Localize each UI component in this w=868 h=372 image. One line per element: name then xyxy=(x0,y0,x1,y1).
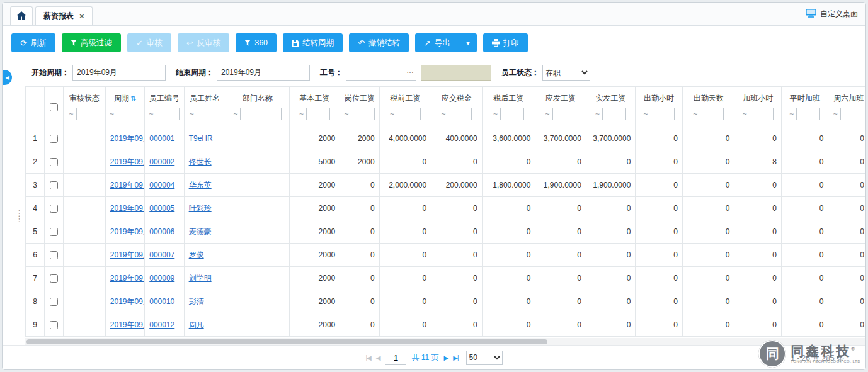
column-header[interactable]: 周六加班~ xyxy=(828,87,865,127)
row-checkbox[interactable] xyxy=(50,135,58,143)
employee-no-link[interactable]: 000001 xyxy=(149,134,174,143)
sort-icon[interactable]: ⇅ xyxy=(130,94,136,102)
column-filter-input[interactable] xyxy=(448,108,472,120)
row-checkbox[interactable] xyxy=(50,274,58,283)
employee-name-link[interactable]: 刘学明 xyxy=(189,274,212,283)
next-page-button[interactable]: ▶ xyxy=(444,354,448,361)
employee-name-link[interactable]: 彭清 xyxy=(189,297,204,306)
column-header[interactable]: 税前工资~ xyxy=(379,87,431,127)
customize-desktop-button[interactable]: 自定义桌面 xyxy=(806,9,858,20)
refresh-button[interactable]: ⟳ 刷新 xyxy=(11,33,55,52)
column-filter-input[interactable] xyxy=(306,108,330,120)
first-page-button[interactable]: |◀ xyxy=(365,354,370,361)
column-filter-input[interactable] xyxy=(197,108,220,120)
column-header[interactable]: 实发工资~ xyxy=(586,87,636,127)
row-checkbox[interactable] xyxy=(50,181,58,189)
column-filter-input[interactable] xyxy=(750,108,774,120)
drag-handle[interactable]: ⋮ ⋮ xyxy=(15,210,23,222)
end-period-input[interactable] xyxy=(217,65,310,81)
period-link[interactable]: 2019年09月 xyxy=(110,204,145,213)
column-header[interactable]: 员工姓名~ xyxy=(184,87,226,127)
prev-page-button[interactable]: ◀ xyxy=(376,354,380,361)
row-checkbox[interactable] xyxy=(50,251,58,259)
column-filter-input[interactable] xyxy=(552,108,576,120)
column-header[interactable]: 部门名称~ xyxy=(226,87,290,127)
employee-name-link[interactable]: 佟世长 xyxy=(189,157,212,166)
column-filter-input[interactable] xyxy=(351,108,375,120)
column-header[interactable]: 基本工资~ xyxy=(289,87,340,127)
column-filter-input[interactable] xyxy=(796,108,820,120)
column-filter-input[interactable] xyxy=(397,108,421,120)
column-header[interactable]: 加班小时~ xyxy=(734,87,782,127)
column-header[interactable]: 应交税金~ xyxy=(431,87,483,127)
employee-no-link[interactable]: 000004 xyxy=(149,181,174,189)
period-link[interactable]: 2019年09月 xyxy=(110,227,145,236)
employee-no-link[interactable]: 000009 xyxy=(149,274,174,283)
column-header[interactable]: 审核状态~ xyxy=(64,87,105,127)
employee-name-link[interactable]: 叶彩玲 xyxy=(189,204,212,213)
period-link[interactable]: 2019年09月 xyxy=(110,251,145,259)
employee-name-link[interactable]: 华东英 xyxy=(189,181,212,189)
period-link[interactable]: 2019年09月 xyxy=(110,181,145,189)
home-tab[interactable] xyxy=(10,6,33,25)
period-link[interactable]: 2019年09月 xyxy=(110,274,145,283)
horizontal-scrollbar-thumb[interactable] xyxy=(26,339,547,344)
column-filter-input[interactable] xyxy=(117,108,140,120)
employee-no-link[interactable]: 000002 xyxy=(149,157,174,166)
column-filter-input[interactable] xyxy=(240,108,282,120)
employee-status-select[interactable]: 在职 xyxy=(542,65,590,81)
page-size-select[interactable]: 50 xyxy=(466,351,503,365)
column-filter-input[interactable] xyxy=(840,108,864,120)
filter-360-button[interactable]: 360 xyxy=(236,33,277,52)
start-period-input[interactable] xyxy=(72,65,166,81)
advanced-filter-button[interactable]: 高级过滤 xyxy=(62,33,121,52)
export-caret-icon[interactable]: ▼ xyxy=(459,33,477,52)
column-header[interactable]: 出勤小时~ xyxy=(636,87,683,127)
row-checkbox[interactable] xyxy=(50,298,58,306)
column-filter-input[interactable] xyxy=(500,108,524,120)
period-link[interactable]: 2019年09月 xyxy=(110,297,145,306)
employee-no-link[interactable]: 000010 xyxy=(149,297,174,306)
period-link[interactable]: 2019年09月 xyxy=(110,320,145,329)
row-checkbox[interactable] xyxy=(50,321,58,329)
row-checkbox[interactable] xyxy=(50,228,58,236)
column-filter-input[interactable] xyxy=(76,108,100,120)
print-button[interactable]: 打印 xyxy=(483,33,528,52)
column-header[interactable]: 平时加班~ xyxy=(781,87,828,127)
column-filter-input[interactable] xyxy=(156,108,180,120)
column-header[interactable]: 税后工资~ xyxy=(482,87,535,127)
job-no-picker-icon[interactable]: … xyxy=(406,66,414,75)
employee-no-link[interactable]: 000007 xyxy=(149,251,174,259)
column-header[interactable]: 员工编号~ xyxy=(145,87,184,127)
page-number-input[interactable] xyxy=(385,351,406,365)
column-header[interactable]: 出勤天数~ xyxy=(682,87,734,127)
row-checkbox[interactable] xyxy=(50,158,58,166)
employee-name-link[interactable]: 周凡 xyxy=(189,320,204,329)
period-link[interactable]: 2019年09月 xyxy=(110,134,145,143)
last-page-button[interactable]: ▶| xyxy=(453,354,458,361)
column-header[interactable]: 岗位工资~ xyxy=(340,87,379,127)
reverse-audit-button[interactable]: ↩ 反审核 xyxy=(178,33,229,52)
column-filter-input[interactable] xyxy=(602,108,626,120)
period-link[interactable]: 2019年09月 xyxy=(110,157,145,166)
select-all-checkbox[interactable] xyxy=(50,103,58,111)
column-filter-input[interactable] xyxy=(651,108,675,120)
tab-salary-report[interactable]: 薪资报表 × xyxy=(35,6,93,25)
employee-name-link[interactable]: 麦德豪 xyxy=(189,227,212,236)
horizontal-scrollbar[interactable] xyxy=(25,338,865,345)
employee-no-link[interactable]: 000005 xyxy=(149,204,174,213)
employee-no-link[interactable]: 000006 xyxy=(149,227,174,236)
export-button[interactable]: ↗ 导出 ▼ xyxy=(415,33,477,52)
period-link-cell: 2019年09月 xyxy=(105,220,144,244)
column-header[interactable]: 应发工资~ xyxy=(535,87,586,127)
column-header[interactable]: 周期⇅~ xyxy=(105,87,144,127)
employee-name-link[interactable]: 罗俊 xyxy=(189,251,204,259)
audit-button[interactable]: ✓ 审核 xyxy=(127,33,171,52)
carryover-period-button[interactable]: 结转周期 xyxy=(283,33,343,52)
employee-name-link[interactable]: T9eHR xyxy=(189,134,213,143)
employee-no-link[interactable]: 000012 xyxy=(149,320,174,329)
column-filter-input[interactable] xyxy=(700,108,724,120)
undo-carryover-button[interactable]: ↶ 撤销结转 xyxy=(349,33,409,52)
row-checkbox[interactable] xyxy=(50,205,58,213)
close-icon[interactable]: × xyxy=(79,11,84,21)
